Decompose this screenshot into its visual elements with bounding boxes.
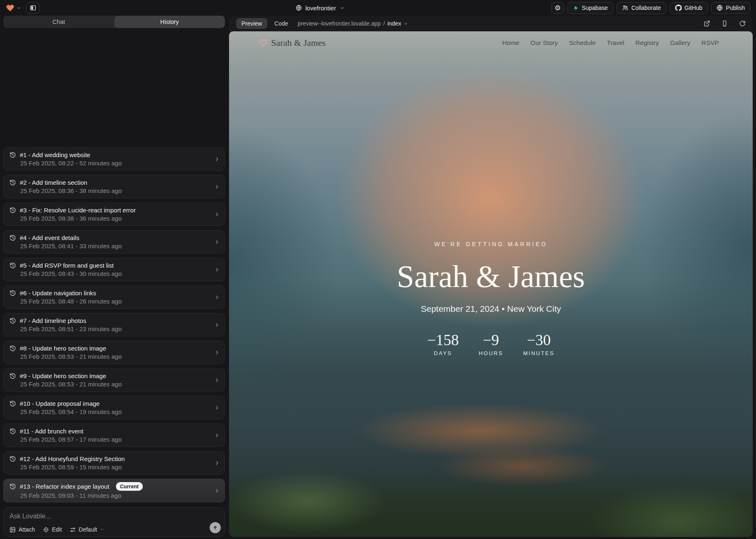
chevron-right-icon	[214, 488, 220, 494]
chevron-right-icon	[214, 322, 220, 328]
preview-url[interactable]: preview--lovefrontier.lovable.app / inde…	[298, 20, 408, 27]
collaborate-users-icon	[622, 5, 628, 11]
lovable-logo-menu[interactable]	[6, 4, 21, 12]
site-nav-rsvp[interactable]: RSVP	[702, 39, 719, 47]
attach-button[interactable]: Attach	[9, 526, 35, 533]
history-item-2[interactable]: #2 - Add timeline section 25 Feb 2025, 0…	[3, 175, 225, 198]
attach-label: Attach	[19, 526, 35, 533]
hero-title: Sarah & James	[229, 259, 753, 294]
history-icon	[9, 152, 16, 158]
history-item-title: #5 - Add RSVP form and guest list	[20, 262, 113, 269]
history-icon	[9, 483, 16, 490]
target-icon	[43, 527, 49, 533]
history-icon	[9, 400, 16, 407]
app-topbar: lovefrontier ⚙ Supabase Collaborate GitH…	[0, 0, 756, 16]
history-item-3[interactable]: #3 - Fix: Resolve Lucide-react import er…	[3, 202, 225, 226]
collaborate-button[interactable]: Collaborate	[617, 2, 666, 14]
mobile-view-icon[interactable]	[721, 20, 728, 27]
preview-url-separator: /	[383, 20, 385, 27]
site-nav-home[interactable]: Home	[502, 39, 519, 47]
edit-select-button[interactable]: Edit	[43, 526, 62, 533]
sliders-icon	[70, 527, 76, 533]
history-item-title: #10 - Update proposal image	[20, 400, 99, 407]
github-button[interactable]: GitHub	[670, 2, 708, 14]
site-nav-schedule[interactable]: Schedule	[569, 39, 596, 47]
mode-selector[interactable]: Default	[70, 526, 104, 533]
sidebar-tabs: Chat History	[3, 16, 225, 28]
site-nav-travel[interactable]: Travel	[607, 39, 624, 47]
countdown-hours-value: −9	[478, 331, 504, 349]
preview-panel: Preview Code preview--lovefrontier.lovab…	[229, 16, 753, 537]
hero-content: WE’RE GETTING MARRIED Sarah & James Sept…	[229, 241, 753, 356]
collaborate-label: Collaborate	[631, 5, 661, 11]
history-item-10[interactable]: #10 - Update proposal image 25 Feb 2025,…	[3, 396, 225, 419]
chevron-right-icon	[214, 433, 220, 438]
toggle-sidebar-button[interactable]	[26, 2, 40, 14]
history-item-6[interactable]: #6 - Update navigation links 25 Feb 2025…	[3, 285, 225, 309]
rendered-site: Sarah & James Home Our Story Schedule Tr…	[229, 31, 753, 537]
history-item-8[interactable]: #8 - Update hero section image 25 Feb 20…	[3, 341, 225, 364]
project-switcher[interactable]: lovefrontier	[295, 0, 345, 16]
publish-button[interactable]: Publish	[711, 2, 750, 14]
project-name: lovefrontier	[305, 5, 336, 12]
preview-toolbar: Preview Code preview--lovefrontier.lovab…	[229, 16, 753, 31]
history-item-timestamp: 25 Feb 2025, 08:57 - 17 minutes ago	[9, 436, 210, 443]
supabase-button[interactable]: Supabase	[567, 2, 613, 14]
site-nav-gallery[interactable]: Gallery	[670, 39, 690, 47]
gear-icon: ⚙	[555, 5, 561, 12]
history-item-4[interactable]: #4 - Add event details 25 Feb 2025, 08:4…	[3, 230, 225, 254]
settings-button[interactable]: ⚙	[551, 2, 564, 14]
tab-preview[interactable]: Preview	[236, 18, 267, 29]
history-item-timestamp: 25 Feb 2025, 08:38 - 36 minutes ago	[9, 215, 210, 222]
chat-history-sidebar: Chat History #1 - Add wedding website 25…	[3, 16, 225, 537]
tab-code[interactable]: Code	[274, 20, 288, 27]
history-item-9[interactable]: #9 - Update hero section image 25 Feb 20…	[3, 368, 225, 392]
history-icon	[9, 345, 16, 352]
history-item-12[interactable]: #12 - Add Honeyfund Registry Section 25 …	[3, 451, 225, 475]
history-icon	[9, 235, 16, 241]
refresh-icon[interactable]	[739, 20, 746, 27]
history-item-title: #3 - Fix: Resolve Lucide-react import er…	[20, 207, 136, 214]
history-icon	[9, 262, 16, 269]
history-item-13-current[interactable]: #13 - Refactor index page layout Current…	[3, 479, 225, 502]
site-nav-our-story[interactable]: Our Story	[530, 39, 558, 47]
history-item-5[interactable]: #5 - Add RSVP form and guest list 25 Feb…	[3, 258, 225, 281]
history-item-timestamp: 25 Feb 2025, 09:03 - 11 minutes ago	[9, 492, 210, 499]
chevron-down-icon	[404, 21, 408, 26]
countdown-days: −158 DAYS	[427, 331, 458, 356]
history-item-11[interactable]: #11 - Add brunch event 25 Feb 2025, 08:5…	[3, 424, 225, 447]
history-item-title: #2 - Add timeline section	[20, 179, 87, 186]
history-icon	[9, 290, 16, 297]
open-external-icon[interactable]	[704, 20, 710, 27]
history-item-7[interactable]: #7 - Add timeline photos 25 Feb 2025, 08…	[3, 313, 225, 337]
lovable-logo-icon	[6, 4, 14, 12]
countdown-minutes-value: −30	[523, 331, 555, 349]
prompt-input-placeholder[interactable]: Ask Lovable...	[9, 513, 219, 520]
history-list: #1 - Add wedding website 25 Feb 2025, 08…	[3, 32, 225, 502]
history-item-timestamp: 25 Feb 2025, 08:36 - 38 minutes ago	[9, 187, 210, 194]
history-item-1[interactable]: #1 - Add wedding website 25 Feb 2025, 08…	[3, 147, 225, 171]
history-icon	[9, 318, 16, 324]
history-item-title: #12 - Add Honeyfund Registry Section	[20, 455, 125, 462]
history-item-timestamp: 25 Feb 2025, 08:53 - 21 minutes ago	[9, 353, 210, 360]
history-icon	[9, 179, 16, 186]
tab-history[interactable]: History	[114, 16, 225, 28]
site-logo[interactable]: Sarah & James	[260, 38, 326, 48]
tab-chat[interactable]: Chat	[3, 16, 114, 28]
history-icon	[9, 456, 16, 462]
send-button[interactable]	[210, 522, 221, 533]
supabase-label: Supabase	[582, 5, 608, 11]
history-item-timestamp: 25 Feb 2025, 08:48 - 26 minutes ago	[9, 298, 210, 305]
chevron-right-icon	[214, 405, 220, 411]
attach-image-icon	[9, 527, 16, 533]
countdown-hours-label: HOURS	[478, 350, 504, 356]
prompt-composer[interactable]: Ask Lovable... Attach Edit Default	[3, 507, 225, 537]
history-item-timestamp: 25 Feb 2025, 08:53 - 21 minutes ago	[9, 381, 210, 388]
publish-label: Publish	[726, 5, 745, 11]
publish-globe-icon	[716, 5, 723, 11]
site-nav-registry[interactable]: Registry	[636, 39, 659, 47]
countdown-minutes: −30 MINUTES	[523, 331, 555, 356]
preview-url-host: preview--lovefrontier.lovable.app	[298, 20, 381, 27]
countdown: −158 DAYS −9 HOURS −30 MINUTES	[229, 331, 753, 356]
history-item-timestamp: 25 Feb 2025, 08:43 - 30 minutes ago	[9, 270, 210, 277]
